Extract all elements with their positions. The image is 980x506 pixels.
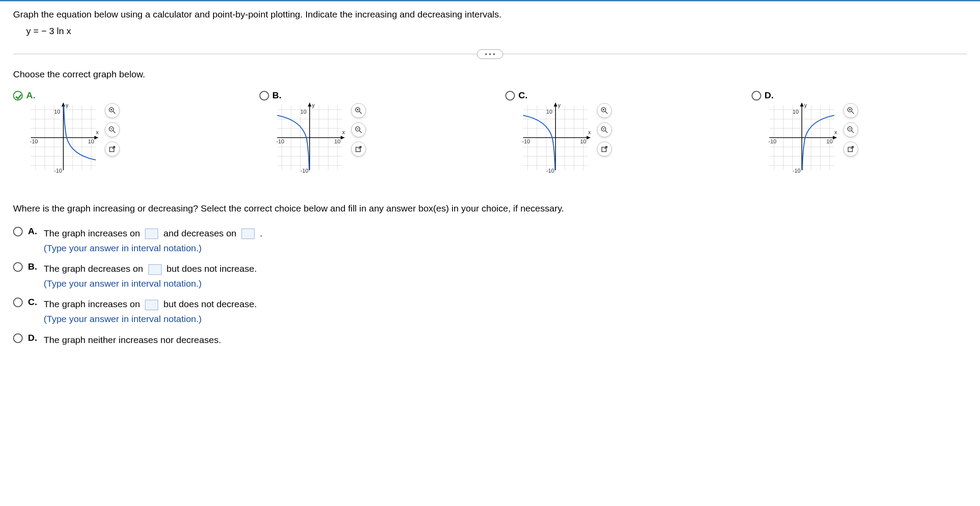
graph-option-d: D. yx 1010 [752,90,967,177]
svg-text:-10: -10 [546,167,554,174]
option-d-label: D. [765,90,858,101]
svg-line-29 [113,131,115,133]
graph-a: yx 1010 -10-10 [26,101,100,177]
svg-line-124 [852,111,854,114]
popout-icon[interactable] [351,142,366,156]
answer-a: A. The graph increases on and decreases … [13,226,967,255]
svg-text:-10: -10 [54,167,62,174]
answer-choices: A. The graph increases on and decreases … [13,226,967,347]
zoom-out-icon[interactable] [843,122,858,137]
answer-b-text-2: but does not increase. [166,263,257,274]
graph-options-row: A. yx 1010 [13,90,967,177]
svg-text:x: x [834,129,837,135]
svg-text:-10: -10 [792,167,800,174]
zoom-in-icon[interactable] [843,103,858,118]
answer-a-text-2: and decreases on [163,228,236,238]
radio-d[interactable] [752,91,761,101]
graph-prompt: Choose the correct graph below. [13,69,967,80]
answer-c-note: (Type your answer in interval notation.) [44,314,202,324]
equation-text: y = − 3 ln x [26,26,967,36]
answer-a-text-1: The graph increases on [44,228,140,238]
zoom-out-icon[interactable] [105,122,120,137]
svg-text:10: 10 [88,138,94,145]
answer-a-input-2[interactable] [242,229,255,239]
radio-b[interactable] [259,91,269,101]
svg-line-32 [112,146,115,149]
svg-text:10: 10 [580,138,586,145]
answer-b: B. The graph decreases on but does not i… [13,261,967,291]
svg-text:x: x [588,129,591,135]
radio-answer-b[interactable] [13,262,23,272]
svg-text:-10: -10 [276,138,284,145]
answer-d: D. The graph neither increases nor decre… [13,333,967,347]
svg-text:x: x [96,129,99,135]
svg-marker-114 [833,136,837,140]
answer-b-input-1[interactable] [148,264,162,275]
graph-d: yx 1010 -10-10 [765,101,839,177]
svg-text:y: y [312,102,315,108]
svg-text:10: 10 [826,138,832,145]
svg-marker-116 [800,103,804,107]
svg-text:x: x [342,129,345,135]
expand-divider-button[interactable] [477,49,503,59]
graph-option-b: B. yx 1010 [259,90,475,177]
svg-line-128 [852,131,854,133]
answer-d-letter: D. [28,333,38,343]
radio-a-correct-icon[interactable] [13,91,23,101]
answer-a-note: (Type your answer in interval notation.) [44,243,202,253]
answer-b-letter: B. [28,261,38,272]
answer-a-text-3: . [260,228,262,238]
svg-line-65 [359,146,361,149]
svg-line-58 [359,111,362,114]
radio-answer-c[interactable] [13,298,23,307]
popout-icon[interactable] [843,142,858,156]
svg-text:10: 10 [300,108,306,115]
graph-option-a: A. yx 1010 [13,90,229,177]
svg-marker-15 [94,136,98,140]
popout-icon[interactable] [597,142,612,156]
svg-text:y: y [558,102,561,108]
radio-c[interactable] [505,91,515,101]
svg-text:-10: -10 [300,167,308,174]
answer-d-text: The graph neither increases nor decrease… [44,335,221,345]
svg-text:-10: -10 [30,138,38,145]
answer-c-letter: C. [28,297,38,307]
svg-text:10: 10 [54,108,60,115]
zoom-in-icon[interactable] [105,103,120,118]
radio-answer-a[interactable] [13,227,23,236]
popout-icon[interactable] [105,142,120,156]
zoom-out-icon[interactable] [597,122,612,137]
section-divider [13,54,967,54]
answer-c-input-1[interactable] [145,300,158,310]
zoom-in-icon[interactable] [351,103,366,118]
svg-text:-10: -10 [768,138,776,145]
svg-text:10: 10 [546,108,552,115]
svg-line-131 [851,146,853,149]
svg-text:10: 10 [792,108,798,115]
option-c-label: C. [518,90,612,101]
option-a-label: A. [26,90,120,101]
question-content: Graph the equation below using a calcula… [0,1,980,364]
radio-answer-d[interactable] [13,333,23,343]
svg-line-98 [604,146,607,149]
svg-line-95 [605,131,607,133]
answer-c-text-1: The graph increases on [44,299,140,309]
zoom-out-icon[interactable] [351,122,366,137]
svg-marker-83 [554,103,558,107]
svg-text:10: 10 [334,138,340,145]
zoom-in-icon[interactable] [597,103,612,118]
svg-line-25 [113,111,115,114]
answer-b-note: (Type your answer in interval notation.) [44,278,202,288]
answer-a-letter: A. [28,226,38,236]
svg-line-91 [605,111,607,114]
svg-text:y: y [66,102,69,108]
graph-option-c: C. yx 1010 [505,90,721,177]
svg-marker-50 [307,103,311,107]
svg-marker-81 [587,136,590,140]
svg-marker-17 [62,103,66,107]
option-b-label: B. [273,90,366,101]
svg-line-62 [359,131,362,133]
graph-c: yx 1010 -10-10 [518,101,593,177]
svg-text:y: y [804,102,807,108]
answer-a-input-1[interactable] [145,229,158,239]
